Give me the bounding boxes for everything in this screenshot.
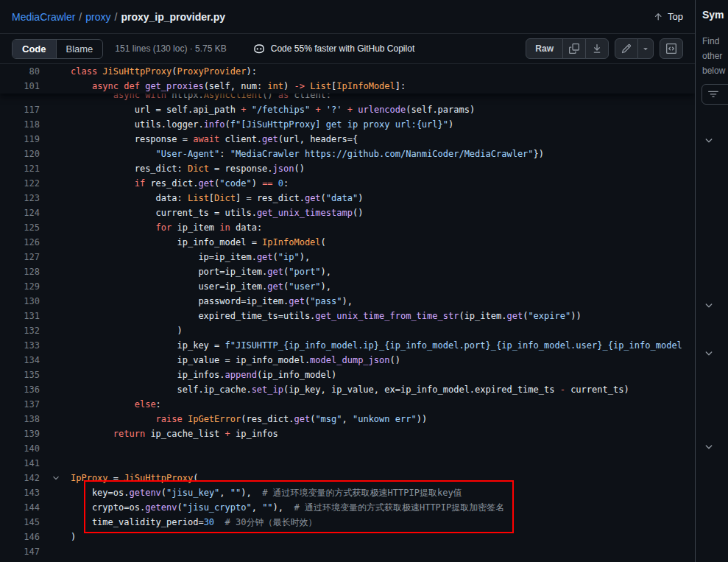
line-number[interactable]: 119 (0, 132, 50, 147)
line-number[interactable]: 124 (0, 206, 50, 220)
code-line: 126 ip_info_model = IpInfoModel( (0, 235, 695, 250)
line-number[interactable]: 138 (0, 412, 50, 426)
code-text: current_ts = utils.get_unix_timestamp() (50, 206, 363, 220)
collapse-chevron-icon[interactable] (52, 474, 60, 482)
line-number[interactable]: 133 (0, 338, 50, 353)
line-number[interactable]: 132 (0, 323, 50, 338)
scroll-to-top-button[interactable]: Top (653, 11, 683, 22)
copy-icon (569, 43, 579, 54)
symbols-panel-description: Find other below (702, 34, 725, 78)
line-number[interactable]: 135 (0, 368, 50, 382)
line-number[interactable]: 144 (0, 500, 50, 515)
symbol-tree-toggle[interactable] (704, 136, 715, 147)
symbols-panel-title: Sym (702, 9, 724, 21)
line-number[interactable]: 80 (0, 64, 50, 79)
line-number[interactable]: 147 (0, 544, 50, 559)
code-line: 122 if res_dict.get("code") == 0: (0, 176, 695, 191)
line-number[interactable]: 140 (0, 441, 50, 456)
code-text: ip_value = ip_info_model.model_dump_json… (50, 353, 400, 368)
copilot-icon (253, 43, 265, 55)
code-text: crypto=os.getenv("jisu_crypto", ""), # 通… (50, 500, 504, 515)
file-header-bar: MediaCrawler / proxy / proxy_ip_provider… (0, 0, 695, 34)
line-number[interactable]: 121 (0, 161, 50, 176)
line-number[interactable]: 129 (0, 279, 50, 294)
raw-button[interactable]: Raw (526, 38, 563, 59)
copy-raw-button[interactable] (562, 38, 586, 59)
code-line: 80class JiSuHttpProxy(ProxyProvider): (0, 64, 695, 79)
symbols-panel-button[interactable] (660, 38, 683, 59)
filter-icon (708, 89, 718, 99)
symbols-filter-input[interactable] (702, 84, 728, 105)
line-number[interactable]: 146 (0, 530, 50, 544)
code-line: 146) (0, 530, 695, 544)
line-number[interactable] (0, 94, 50, 102)
line-number[interactable]: 143 (0, 485, 50, 500)
code-line: 127 ip=ip_item.get("ip"), (0, 250, 695, 264)
line-number[interactable]: 141 (0, 456, 50, 471)
copilot-banner[interactable]: Code 55% faster with GitHub Copilot (253, 43, 414, 55)
edit-dropdown-button[interactable] (637, 38, 654, 59)
code-text: ) (50, 530, 76, 544)
edit-actions-group (615, 38, 654, 59)
code-line: 138 raise IpGetError(res_dict.get("msg",… (0, 412, 695, 426)
file-toolbar: Code Blame 151 lines (130 loc) · 5.75 KB… (0, 34, 695, 64)
symbol-tree-toggle[interactable] (704, 442, 715, 454)
code-line: 123 data: List[Dict] = res_dict.get("dat… (0, 191, 695, 206)
code-text: class JiSuHttpProxy(ProxyProvider): (50, 64, 257, 79)
code-text: if res_dict.get("code") == 0: (50, 176, 289, 191)
tab-code[interactable]: Code (13, 40, 57, 58)
code-line: 101 async def get_proxies(self, num: int… (0, 79, 695, 94)
line-number[interactable]: 122 (0, 176, 50, 191)
line-number[interactable]: 137 (0, 397, 50, 412)
code-line: 143 key=os.getenv("jisu_key", ""), # 通过环… (0, 485, 695, 500)
breadcrumb-repo-link[interactable]: MediaCrawler (12, 11, 75, 23)
breadcrumb-separator: / (79, 11, 82, 23)
code-square-icon (666, 43, 676, 54)
line-number[interactable]: 101 (0, 79, 50, 94)
line-number[interactable]: 131 (0, 309, 50, 323)
line-number[interactable]: 118 (0, 117, 50, 132)
download-raw-button[interactable] (585, 38, 609, 59)
line-number[interactable]: 142 (0, 471, 50, 485)
line-number[interactable]: 123 (0, 191, 50, 206)
scroll-to-top-label: Top (668, 11, 683, 22)
code-line: 140 (0, 441, 695, 456)
line-number[interactable]: 139 (0, 426, 50, 441)
line-number[interactable]: 125 (0, 220, 50, 235)
code-text: password=ip_item.get("pass"), (50, 294, 353, 309)
code-line: 120 "User-Agent": "MediaCrawler https://… (0, 147, 695, 161)
code-text: expired_time_ts=utils.get_unix_time_from… (50, 309, 582, 323)
symbols-description-line: below (702, 63, 725, 78)
code-line: 128 port=ip_item.get("port"), (0, 264, 695, 279)
copilot-banner-label: Code 55% faster with GitHub Copilot (271, 43, 414, 54)
code-text: self.ip_cache.set_ip(ip_key, ip_value, e… (50, 382, 629, 397)
pencil-icon (621, 43, 632, 54)
line-number[interactable]: 127 (0, 250, 50, 264)
code-line: 118 utils.logger.info(f"[JiSuHttpProxy] … (0, 117, 695, 132)
line-number[interactable]: 126 (0, 235, 50, 250)
symbol-tree-toggle[interactable] (704, 348, 715, 360)
line-number[interactable]: 117 (0, 102, 50, 117)
code-line: 117 url = self.api_path + "/fetchips" + … (0, 102, 695, 117)
code-text: async def get_proxies(self, num: int) ->… (50, 79, 406, 94)
symbols-description-line: other (702, 49, 725, 63)
breadcrumb-folder-link[interactable]: proxy (85, 11, 110, 23)
edit-button[interactable] (615, 38, 638, 59)
line-number[interactable]: 120 (0, 147, 50, 161)
symbol-tree-toggle[interactable] (704, 301, 715, 312)
code-line: 145 time_validity_period=30 # 30分钟（最长时效） (0, 515, 695, 530)
code-view: 80class JiSuHttpProxy(ProxyProvider):101… (0, 64, 695, 562)
line-number[interactable]: 130 (0, 294, 50, 309)
code-text: port=ip_item.get("port"), (50, 264, 331, 279)
triangle-down-icon (641, 44, 650, 53)
code-text: time_validity_period=30 # 30分钟（最长时效） (50, 515, 317, 530)
breadcrumb-separator: / (114, 11, 117, 23)
line-number[interactable]: 128 (0, 264, 50, 279)
line-number[interactable]: 145 (0, 515, 50, 530)
line-number[interactable]: 134 (0, 353, 50, 368)
line-number[interactable]: 136 (0, 382, 50, 397)
breadcrumb: MediaCrawler / proxy / proxy_ip_provider… (12, 11, 225, 23)
tab-blame[interactable]: Blame (57, 40, 103, 58)
code-line: 139 return ip_cache_list + ip_infos (0, 426, 695, 441)
code-text: ip_infos.append(ip_info_model) (50, 368, 336, 382)
